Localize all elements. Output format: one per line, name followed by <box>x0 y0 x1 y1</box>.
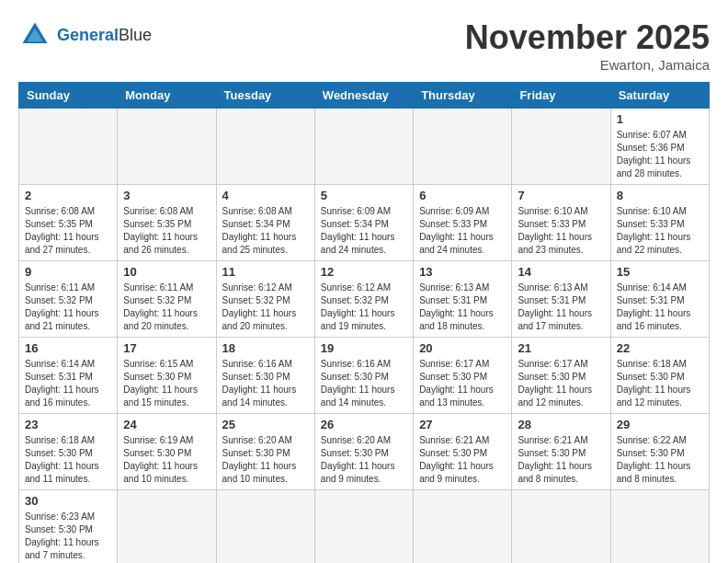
day-number: 26 <box>321 418 407 431</box>
day-header-saturday: Saturday <box>610 83 709 109</box>
day-info: Sunrise: 6:23 AM Sunset: 5:30 PM Dayligh… <box>25 511 111 562</box>
day-number: 24 <box>123 418 210 431</box>
calendar-week-3: 9Sunrise: 6:11 AM Sunset: 5:32 PM Daylig… <box>19 261 710 338</box>
day-header-monday: Monday <box>118 83 216 109</box>
calendar-cell: 22Sunrise: 6:18 AM Sunset: 5:30 PM Dayli… <box>610 338 709 414</box>
day-info: Sunrise: 6:14 AM Sunset: 5:31 PM Dayligh… <box>25 358 111 409</box>
calendar-cell <box>216 109 314 185</box>
calendar-cell <box>118 109 216 185</box>
day-number: 15 <box>617 265 703 279</box>
day-number: 5 <box>321 189 407 202</box>
day-number: 23 <box>25 418 111 431</box>
day-info: Sunrise: 6:22 AM Sunset: 5:30 PM Dayligh… <box>617 434 703 486</box>
day-info: Sunrise: 6:16 AM Sunset: 5:30 PM Dayligh… <box>321 358 407 409</box>
calendar-cell: 30Sunrise: 6:23 AM Sunset: 5:30 PM Dayli… <box>19 490 118 564</box>
day-info: Sunrise: 6:11 AM Sunset: 5:32 PM Dayligh… <box>25 282 111 333</box>
day-number: 20 <box>419 341 506 355</box>
day-info: Sunrise: 6:09 AM Sunset: 5:33 PM Dayligh… <box>419 205 506 257</box>
calendar-cell: 27Sunrise: 6:21 AM Sunset: 5:30 PM Dayli… <box>414 414 512 490</box>
calendar-week-6: 30Sunrise: 6:23 AM Sunset: 5:30 PM Dayli… <box>19 490 710 564</box>
day-number: 29 <box>617 418 703 431</box>
calendar-cell <box>314 109 413 185</box>
logo-blue-text: Blue <box>119 26 152 44</box>
day-number: 6 <box>419 189 506 202</box>
calendar-cell: 28Sunrise: 6:21 AM Sunset: 5:30 PM Dayli… <box>512 414 610 490</box>
day-header-thursday: Thursday <box>414 83 512 109</box>
day-number: 18 <box>222 341 309 355</box>
logo-general: General <box>57 26 119 44</box>
day-number: 16 <box>25 341 111 355</box>
day-info: Sunrise: 6:12 AM Sunset: 5:32 PM Dayligh… <box>222 282 309 333</box>
calendar-cell: 23Sunrise: 6:18 AM Sunset: 5:30 PM Dayli… <box>19 414 118 490</box>
day-number: 2 <box>25 189 111 202</box>
calendar-week-1: 1Sunrise: 6:07 AM Sunset: 5:36 PM Daylig… <box>19 109 710 185</box>
calendar-cell <box>314 490 413 564</box>
day-info: Sunrise: 6:14 AM Sunset: 5:31 PM Dayligh… <box>617 282 703 333</box>
calendar-cell <box>414 490 512 564</box>
day-number: 13 <box>419 265 506 279</box>
calendar-cell: 9Sunrise: 6:11 AM Sunset: 5:32 PM Daylig… <box>19 261 118 338</box>
calendar: SundayMondayTuesdayWednesdayThursdayFrid… <box>18 82 710 563</box>
calendar-cell: 3Sunrise: 6:08 AM Sunset: 5:35 PM Daylig… <box>118 185 216 261</box>
calendar-cell: 19Sunrise: 6:16 AM Sunset: 5:30 PM Dayli… <box>314 338 413 414</box>
day-info: Sunrise: 6:15 AM Sunset: 5:30 PM Dayligh… <box>123 358 210 409</box>
calendar-cell: 14Sunrise: 6:13 AM Sunset: 5:31 PM Dayli… <box>512 261 610 338</box>
day-info: Sunrise: 6:08 AM Sunset: 5:34 PM Dayligh… <box>222 205 309 257</box>
day-number: 19 <box>321 341 407 355</box>
day-info: Sunrise: 6:18 AM Sunset: 5:30 PM Dayligh… <box>25 434 111 486</box>
day-info: Sunrise: 6:18 AM Sunset: 5:30 PM Dayligh… <box>617 358 703 409</box>
calendar-cell <box>19 109 118 185</box>
day-info: Sunrise: 6:07 AM Sunset: 5:36 PM Dayligh… <box>617 129 703 180</box>
day-number: 27 <box>419 418 506 431</box>
calendar-cell: 10Sunrise: 6:11 AM Sunset: 5:32 PM Dayli… <box>118 261 216 338</box>
day-info: Sunrise: 6:09 AM Sunset: 5:34 PM Dayligh… <box>321 205 407 257</box>
month-title: November 2025 <box>465 18 710 57</box>
day-info: Sunrise: 6:16 AM Sunset: 5:30 PM Dayligh… <box>222 358 309 409</box>
title-section: November 2025 Ewarton, Jamaica <box>465 18 710 73</box>
day-header-sunday: Sunday <box>19 83 118 109</box>
day-number: 10 <box>123 265 210 279</box>
calendar-week-2: 2Sunrise: 6:08 AM Sunset: 5:35 PM Daylig… <box>19 185 710 261</box>
page-header: GeneralBlue November 2025 Ewarton, Jamai… <box>18 18 710 73</box>
day-header-tuesday: Tuesday <box>216 83 314 109</box>
calendar-cell: 13Sunrise: 6:13 AM Sunset: 5:31 PM Dayli… <box>414 261 512 338</box>
calendar-cell: 7Sunrise: 6:10 AM Sunset: 5:33 PM Daylig… <box>512 185 610 261</box>
calendar-cell: 11Sunrise: 6:12 AM Sunset: 5:32 PM Dayli… <box>216 261 314 338</box>
calendar-cell: 21Sunrise: 6:17 AM Sunset: 5:30 PM Dayli… <box>512 338 610 414</box>
day-info: Sunrise: 6:20 AM Sunset: 5:30 PM Dayligh… <box>321 434 407 486</box>
day-header-friday: Friday <box>512 83 610 109</box>
day-info: Sunrise: 6:17 AM Sunset: 5:30 PM Dayligh… <box>419 358 506 409</box>
day-number: 25 <box>222 418 309 431</box>
calendar-cell <box>512 490 610 564</box>
calendar-cell: 2Sunrise: 6:08 AM Sunset: 5:35 PM Daylig… <box>19 185 118 261</box>
day-number: 1 <box>617 112 703 126</box>
day-number: 11 <box>222 265 309 279</box>
day-info: Sunrise: 6:13 AM Sunset: 5:31 PM Dayligh… <box>518 282 604 333</box>
calendar-cell: 26Sunrise: 6:20 AM Sunset: 5:30 PM Dayli… <box>314 414 413 490</box>
day-number: 14 <box>518 265 604 279</box>
calendar-cell: 29Sunrise: 6:22 AM Sunset: 5:30 PM Dayli… <box>610 414 709 490</box>
calendar-cell: 8Sunrise: 6:10 AM Sunset: 5:33 PM Daylig… <box>610 185 709 261</box>
day-header-wednesday: Wednesday <box>314 83 413 109</box>
calendar-cell <box>610 490 709 564</box>
calendar-cell: 1Sunrise: 6:07 AM Sunset: 5:36 PM Daylig… <box>610 109 709 185</box>
day-info: Sunrise: 6:13 AM Sunset: 5:31 PM Dayligh… <box>419 282 506 333</box>
day-number: 8 <box>617 189 703 202</box>
calendar-cell: 24Sunrise: 6:19 AM Sunset: 5:30 PM Dayli… <box>118 414 216 490</box>
day-info: Sunrise: 6:21 AM Sunset: 5:30 PM Dayligh… <box>419 434 506 486</box>
day-number: 21 <box>518 341 604 355</box>
day-info: Sunrise: 6:21 AM Sunset: 5:30 PM Dayligh… <box>518 434 604 486</box>
day-number: 9 <box>25 265 111 279</box>
day-info: Sunrise: 6:08 AM Sunset: 5:35 PM Dayligh… <box>25 205 111 257</box>
day-number: 7 <box>518 189 604 202</box>
day-info: Sunrise: 6:10 AM Sunset: 5:33 PM Dayligh… <box>617 205 703 257</box>
calendar-cell: 17Sunrise: 6:15 AM Sunset: 5:30 PM Dayli… <box>118 338 216 414</box>
calendar-cell: 5Sunrise: 6:09 AM Sunset: 5:34 PM Daylig… <box>314 185 413 261</box>
logo-icon <box>18 18 51 52</box>
calendar-cell <box>512 109 610 185</box>
day-number: 3 <box>123 189 210 202</box>
day-number: 28 <box>518 418 604 431</box>
calendar-cell: 6Sunrise: 6:09 AM Sunset: 5:33 PM Daylig… <box>414 185 512 261</box>
calendar-cell: 4Sunrise: 6:08 AM Sunset: 5:34 PM Daylig… <box>216 185 314 261</box>
day-info: Sunrise: 6:10 AM Sunset: 5:33 PM Dayligh… <box>518 205 604 257</box>
